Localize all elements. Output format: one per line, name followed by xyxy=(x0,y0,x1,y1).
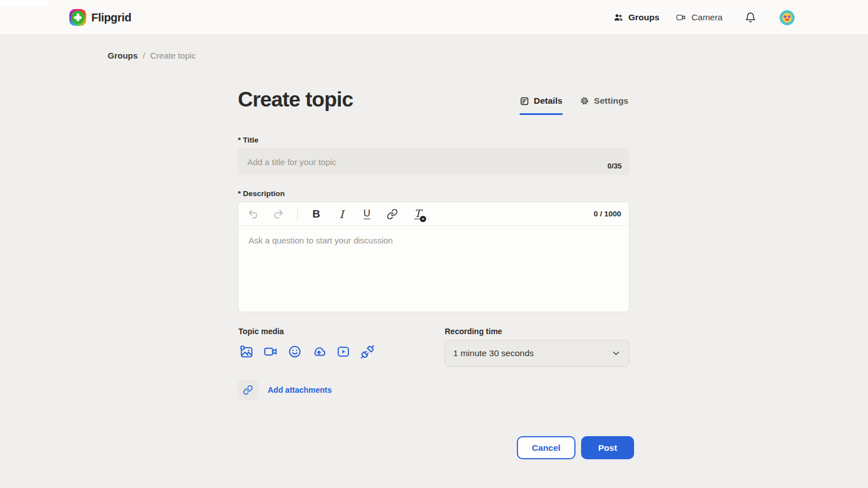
avatar-emoji-icon xyxy=(780,10,795,25)
add-video-link-button[interactable] xyxy=(336,344,351,359)
notifications-button[interactable] xyxy=(745,11,756,24)
video-camera-icon xyxy=(263,344,278,359)
browser-corner-notch xyxy=(0,0,48,6)
add-attachments-label: Add attachments xyxy=(268,385,332,394)
breadcrumb-separator: / xyxy=(143,51,145,60)
flipgrid-logo-icon xyxy=(69,9,86,26)
cloud-upload-icon xyxy=(312,344,326,360)
undo-button[interactable] xyxy=(246,207,260,221)
nav-groups[interactable]: Groups xyxy=(613,12,659,23)
tab-details[interactable]: Details xyxy=(520,96,563,115)
rich-text-toolbar: B I U T× 0 / 1000 xyxy=(238,202,629,226)
record-video-button[interactable] xyxy=(263,344,278,359)
recording-time-label: Recording time xyxy=(445,327,502,336)
cancel-button[interactable]: Cancel xyxy=(517,436,575,459)
plug-icon xyxy=(360,344,375,360)
description-textarea[interactable] xyxy=(238,226,629,312)
user-avatar[interactable] xyxy=(780,10,795,25)
flipgrid-home-link[interactable]: Flipgrid xyxy=(69,9,131,26)
title-field-wrap: 0/35 xyxy=(238,148,630,175)
tab-settings-label: Settings xyxy=(594,96,628,106)
nav-camera[interactable]: Camera xyxy=(675,12,723,23)
form-actions: Cancel Post xyxy=(517,436,634,459)
description-editor: B I U T× 0 / 1000 xyxy=(238,202,630,312)
top-navbar: Flipgrid Groups xyxy=(0,0,868,35)
redo-button[interactable] xyxy=(272,207,285,221)
breadcrumb: Groups / Create topic xyxy=(108,51,196,60)
gear-icon xyxy=(579,96,590,106)
recording-time-select[interactable]: 1 minute 30 seconds xyxy=(445,340,630,367)
title-input[interactable] xyxy=(238,148,630,175)
integrations-button[interactable] xyxy=(360,344,375,359)
attachment-icon-tile xyxy=(238,380,258,400)
link-icon xyxy=(243,385,253,395)
clear-formatting-icon: T× xyxy=(414,208,421,220)
topic-media-label: Topic media xyxy=(238,327,284,336)
title-label: * Title xyxy=(238,136,259,144)
add-image-button[interactable] xyxy=(239,344,254,359)
recording-time-value: 1 minute 30 seconds xyxy=(453,348,534,358)
italic-button[interactable]: I xyxy=(335,207,348,221)
tab-details-label: Details xyxy=(534,96,563,106)
create-topic-page: Flipgrid Groups xyxy=(0,0,868,488)
post-button[interactable]: Post xyxy=(581,436,634,459)
add-emoji-button[interactable] xyxy=(287,344,302,359)
upload-media-button[interactable] xyxy=(312,344,326,359)
toolbar-divider xyxy=(297,207,298,221)
tab-bar: Details Settings xyxy=(520,96,628,115)
bold-button[interactable]: B xyxy=(309,207,323,221)
description-char-counter: 0 / 1000 xyxy=(594,210,621,218)
details-card-icon xyxy=(520,96,529,106)
add-image-icon xyxy=(239,344,254,360)
breadcrumb-groups-link[interactable]: Groups xyxy=(108,51,138,60)
insert-link-button[interactable] xyxy=(386,207,399,221)
people-icon xyxy=(613,12,624,23)
description-label: * Description xyxy=(238,189,285,198)
nav-camera-label: Camera xyxy=(692,12,723,23)
tab-settings[interactable]: Settings xyxy=(579,96,628,115)
clear-formatting-button[interactable]: T× xyxy=(411,207,424,221)
underline-button[interactable]: U xyxy=(364,208,370,219)
top-nav-actions: Groups Camera xyxy=(613,0,795,35)
breadcrumb-current: Create topic xyxy=(150,51,196,60)
add-attachments-button[interactable]: Add attachments xyxy=(238,380,332,400)
nav-groups-label: Groups xyxy=(628,12,659,23)
topic-media-row xyxy=(239,344,375,359)
link-icon xyxy=(387,208,398,220)
video-play-icon xyxy=(336,344,351,359)
emoji-icon xyxy=(287,344,302,359)
brand-name: Flipgrid xyxy=(91,11,131,24)
chevron-down-icon xyxy=(611,348,621,358)
title-char-counter: 0/35 xyxy=(608,162,622,170)
undo-icon xyxy=(247,208,259,220)
video-camera-icon xyxy=(675,12,687,23)
redo-icon xyxy=(273,208,284,220)
page-title: Create topic xyxy=(238,88,353,112)
